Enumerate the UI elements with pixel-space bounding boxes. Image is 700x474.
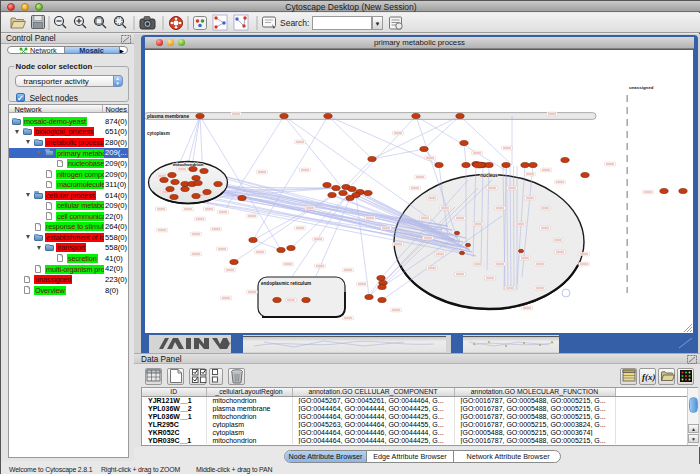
svg-text:cytoplasm: cytoplasm xyxy=(147,131,170,136)
svg-text:mitochondrion: mitochondrion xyxy=(173,161,204,166)
svg-text:f(x): f(x) xyxy=(642,372,656,382)
svg-text:endoplasmic reticulum: endoplasmic reticulum xyxy=(261,280,311,285)
svg-text:plasma membrane: plasma membrane xyxy=(147,114,189,119)
svg-text:unassigned: unassigned xyxy=(629,85,654,90)
